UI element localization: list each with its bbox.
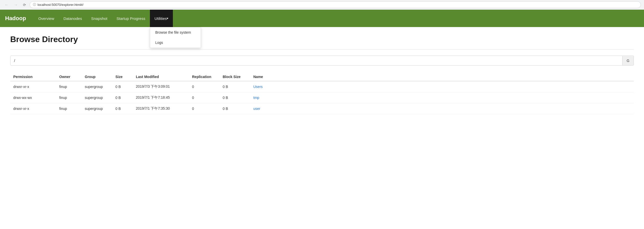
cell-size: 0 B [112,103,133,114]
path-go-button[interactable]: G [622,56,634,65]
header-permission: Permission [10,73,56,81]
security-icon: ⓘ [33,3,36,7]
header-block-size: Block Size [220,73,250,81]
cell-last-modified: 2019/7/1 下午7:35:30 [133,103,189,114]
cell-block-size: 0 B [220,81,250,92]
browser-chrome: ← → ⟳ ⓘ localhost:50070/explorer.html#/ [0,0,644,10]
cell-replication: 0 [189,92,220,103]
header-size: Size [112,73,133,81]
brand-logo[interactable]: Hadoop [5,15,26,22]
back-button[interactable]: ← [3,2,10,8]
cell-owner: finup [56,92,82,103]
forward-button[interactable]: → [12,2,19,8]
dropdown-item-browse-filesystem[interactable]: Browse the file system [150,27,201,37]
nav-item-overview: Overview [34,10,59,27]
dropdown-item-logs[interactable]: Logs [150,37,201,48]
nav-link-datanodes[interactable]: Datanodes [59,10,87,27]
name-link[interactable]: user [253,107,260,111]
cell-size: 0 B [112,81,133,92]
cell-replication: 0 [189,81,220,92]
nav-item-snapshot: Snapshot [87,10,112,27]
cell-replication: 0 [189,103,220,114]
table-row: drwx-wx-wx finup supergroup 0 B 2019/7/1… [10,92,634,103]
cell-group: supergroup [82,103,112,114]
nav-item-startup-progress: Startup Progress [112,10,150,27]
nav-item-utilities: Utilities Browse the file system Logs [150,10,173,27]
header-replication: Replication [189,73,220,81]
directory-table: Permission Owner Group Size Last Modifie… [10,73,634,114]
header-name: Name [250,73,634,81]
header-last-modified: Last Modified [133,73,189,81]
path-input-container: G [10,56,634,66]
nav-item-datanodes: Datanodes [59,10,87,27]
table-body: drwxr-xr-x finup supergroup 0 B 2019/7/3… [10,81,634,114]
name-link[interactable]: tmp [253,96,259,100]
nav-link-startup-progress[interactable]: Startup Progress [112,10,150,27]
utilities-dropdown-menu: Browse the file system Logs [150,27,201,48]
separator [10,49,634,49]
page-title: Browse Directory [10,35,634,44]
path-input[interactable] [10,56,622,65]
cell-name: tmp [250,92,634,103]
nav-link-snapshot[interactable]: Snapshot [87,10,112,27]
cell-group: supergroup [82,92,112,103]
cell-name: user [250,103,634,114]
table-row: drwxr-xr-x finup supergroup 0 B 2019/7/3… [10,81,634,92]
cell-owner: finup [56,81,82,92]
cell-last-modified: 2019/7/1 下午7:18:45 [133,92,189,103]
main-content: Browse Directory G Permission Owner Grou… [0,27,644,122]
reload-button[interactable]: ⟳ [21,2,28,7]
cell-size: 0 B [112,92,133,103]
cell-permission: drwxr-xr-x [10,103,56,114]
cell-permission: drwxr-xr-x [10,81,56,92]
url-text[interactable]: localhost:50070/explorer.html#/ [38,3,638,7]
table-header: Permission Owner Group Size Last Modifie… [10,73,634,81]
nav-link-utilities[interactable]: Utilities [150,10,173,27]
cell-permission: drwx-wx-wx [10,92,56,103]
header-group: Group [82,73,112,81]
cell-block-size: 0 B [220,103,250,114]
nav-menu: Overview Datanodes Snapshot Startup Prog… [34,10,173,27]
nav-link-overview[interactable]: Overview [34,10,59,27]
cell-name: Users [250,81,634,92]
address-bar: ⓘ localhost:50070/explorer.html#/ [30,1,641,8]
cell-last-modified: 2019/7/3 下午3:09:01 [133,81,189,92]
header-owner: Owner [56,73,82,81]
cell-block-size: 0 B [220,92,250,103]
cell-owner: finup [56,103,82,114]
cell-group: supergroup [82,81,112,92]
name-link[interactable]: Users [253,85,263,89]
navbar: Hadoop Overview Datanodes Snapshot Start… [0,10,644,27]
table-row: drwxr-xr-x finup supergroup 0 B 2019/7/1… [10,103,634,114]
